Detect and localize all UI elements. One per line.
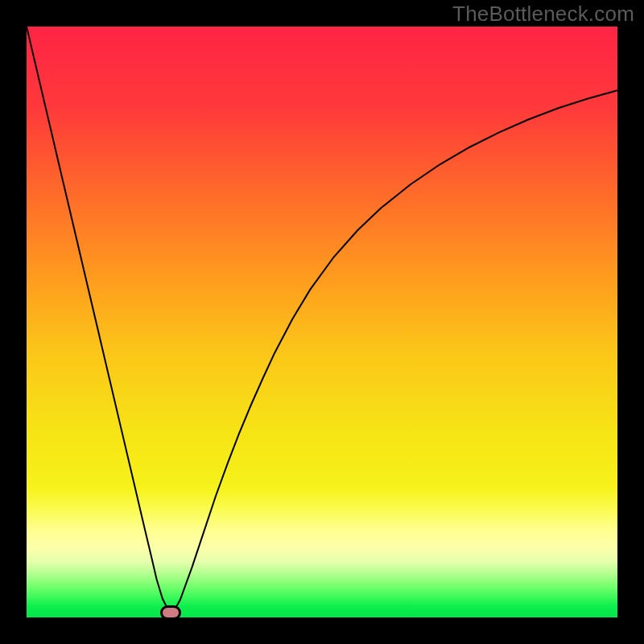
curve-line <box>27 27 617 617</box>
bottleneck-marker-fill <box>163 608 179 617</box>
bottleneck-marker <box>160 605 181 617</box>
chart-frame: TheBottleneck.com <box>0 0 644 644</box>
plot-area <box>27 27 617 617</box>
watermark-text: TheBottleneck.com <box>452 2 634 27</box>
